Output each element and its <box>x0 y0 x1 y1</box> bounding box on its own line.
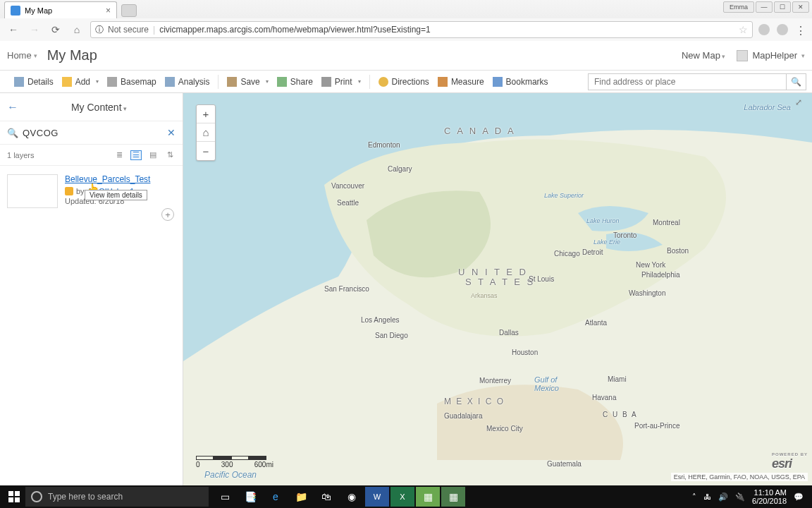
search-result-item: Bellevue_Parcels_Test by ArcGIHelper1 Up… <box>7 174 176 208</box>
user-badge[interactable]: Emma <box>723 1 754 13</box>
chrome-icon[interactable]: ◉ <box>340 487 364 507</box>
clear-search-icon[interactable]: ✕ <box>167 127 176 138</box>
excel-icon[interactable]: X <box>390 487 414 507</box>
map-title[interactable]: My Map <box>47 47 97 64</box>
new-map-dropdown[interactable]: New Map <box>682 50 725 61</box>
app-icon[interactable]: ▦ <box>416 487 440 507</box>
new-tab-button[interactable] <box>121 4 137 17</box>
main-content: ← My Content 🔍 ✕ 1 layers ≣ ☰ ▤ ⇅ Bellev… <box>0 93 812 485</box>
view-list-icon[interactable]: ≣ <box>113 150 125 160</box>
extensions: ⋮ <box>758 24 806 35</box>
home-button[interactable]: ⌂ <box>69 22 85 37</box>
url-text: civicmapper.maps.arcgis.com/home/webmap/… <box>159 25 431 35</box>
browser-tab[interactable]: My Map × <box>4 1 117 18</box>
zoom-in-button[interactable]: + <box>197 105 215 123</box>
taskbar-search[interactable]: Type here to search <box>25 487 209 507</box>
add-layer-button[interactable]: + <box>161 208 174 221</box>
app-icon[interactable]: ▦ <box>441 487 465 507</box>
extension-icon[interactable] <box>758 24 770 35</box>
browser-chrome: Emma — ☐ ✕ My Map × ← → ⟳ ⌂ ⓘ Not secure… <box>0 0 812 41</box>
word-icon[interactable]: W <box>365 487 389 507</box>
reload-button[interactable]: ⟳ <box>48 22 63 37</box>
add-data-panel: ← My Content 🔍 ✕ 1 layers ≣ ☰ ▤ ⇅ Bellev… <box>0 93 183 485</box>
svg-rect-1 <box>8 491 13 496</box>
layer-search-input[interactable] <box>23 128 167 138</box>
analysis-icon <box>165 77 175 87</box>
details-button[interactable]: Details <box>11 75 56 89</box>
scale-bar: 0 300 600mi <box>196 456 273 468</box>
default-extent-button[interactable]: ⌂ <box>197 123 215 142</box>
app-icon[interactable]: 📑 <box>238 487 262 507</box>
bookmark-star-icon[interactable]: ☆ <box>739 24 748 35</box>
clock[interactable]: 11:10 AM 6/20/2018 <box>752 488 787 505</box>
directions-icon <box>379 77 388 87</box>
result-thumbnail[interactable] <box>7 174 58 208</box>
plus-icon <box>62 77 72 87</box>
panel-back-button[interactable]: ← <box>7 101 23 114</box>
store-icon[interactable]: 🛍 <box>314 487 338 507</box>
power-icon[interactable]: 🔌 <box>735 492 745 502</box>
address-bar[interactable]: ⓘ Not secure | civicmapper.maps.arcgis.c… <box>90 21 753 38</box>
username: MapHelper <box>752 50 797 61</box>
view-details-icon[interactable]: ☰ <box>130 150 142 160</box>
directions-button[interactable]: Directions <box>376 75 432 89</box>
extension-icon[interactable] <box>777 24 788 35</box>
save-dropdown[interactable]: Save <box>224 75 271 89</box>
user-menu[interactable]: MapHelper <box>737 50 805 61</box>
authoritative-badge-icon <box>65 187 73 195</box>
layer-count: 1 layers <box>7 151 35 159</box>
analysis-button[interactable]: Analysis <box>162 75 213 89</box>
search-icon[interactable]: 🔍 <box>786 74 806 90</box>
geocode-search[interactable]: 🔍 <box>588 73 806 90</box>
share-button[interactable]: Share <box>274 75 316 89</box>
edge-icon[interactable]: e <box>264 487 288 507</box>
view-table-icon[interactable]: ▤ <box>147 150 159 160</box>
avatar-icon <box>737 50 748 61</box>
minimize-button[interactable]: — <box>756 1 773 13</box>
home-dropdown[interactable]: Home <box>7 50 37 61</box>
geocode-input[interactable] <box>589 77 786 87</box>
volume-icon[interactable]: 🔊 <box>718 492 728 502</box>
content-scope-dropdown[interactable]: My Content <box>23 102 176 113</box>
add-dropdown[interactable]: Add <box>59 75 102 89</box>
esri-logo: POWERED BY esri <box>772 452 808 471</box>
tray-chevron-icon[interactable]: ˄ <box>692 492 696 502</box>
by-label: by <box>76 187 85 195</box>
windows-taskbar: Type here to search ▭ 📑 e 📁 🛍 ◉ W X ▦ ▦ … <box>0 485 812 508</box>
measure-icon <box>438 77 448 87</box>
svg-rect-2 <box>15 491 20 496</box>
back-button[interactable]: ← <box>6 22 21 37</box>
map-toolbar: Details Add Basemap Analysis Save Share … <box>0 71 812 93</box>
fullscreen-button[interactable]: ⤢ <box>795 97 808 110</box>
result-title-link[interactable]: Bellevue_Parcels_Test <box>65 174 176 184</box>
bookmarks-icon <box>493 77 503 87</box>
window-controls: Emma — ☐ ✕ <box>723 1 809 13</box>
details-icon <box>14 77 24 87</box>
address-bar-row: ← → ⟳ ⌂ ⓘ Not secure | civicmapper.maps.… <box>0 18 812 41</box>
maximize-button[interactable]: ☐ <box>774 1 791 13</box>
chrome-menu-icon[interactable]: ⋮ <box>795 24 806 35</box>
basemap-button[interactable]: Basemap <box>104 75 159 89</box>
globe-icon <box>11 6 20 16</box>
map-attribution: Esri, HERE, Garmin, FAO, NOAA, USGS, EPA <box>671 473 808 481</box>
notifications-icon[interactable]: 💬 <box>794 492 804 502</box>
share-icon <box>277 77 287 87</box>
measure-button[interactable]: Measure <box>435 75 487 89</box>
tab-title: My Map <box>25 6 52 15</box>
file-explorer-icon[interactable]: 📁 <box>289 487 313 507</box>
start-button[interactable] <box>3 485 25 508</box>
tab-strip: My Map × <box>0 0 812 18</box>
network-icon[interactable]: 🖧 <box>703 492 711 501</box>
task-view-icon[interactable]: ▭ <box>213 487 237 507</box>
basemap-icon <box>107 77 117 87</box>
zoom-out-button[interactable]: − <box>197 142 215 160</box>
print-dropdown[interactable]: Print <box>319 75 364 89</box>
close-window-button[interactable]: ✕ <box>792 1 809 13</box>
map-canvas[interactable]: + ⌂ − ⤢ C A N A D A U N I T E D S T A T … <box>183 93 812 485</box>
system-tray: ˄ 🖧 🔊 🔌 11:10 AM 6/20/2018 💬 <box>692 488 809 505</box>
close-tab-icon[interactable]: × <box>106 6 111 16</box>
bookmarks-button[interactable]: Bookmarks <box>490 75 551 89</box>
svg-rect-3 <box>8 497 13 502</box>
sort-icon[interactable]: ⇅ <box>164 150 176 160</box>
forward-button[interactable]: → <box>27 22 42 37</box>
